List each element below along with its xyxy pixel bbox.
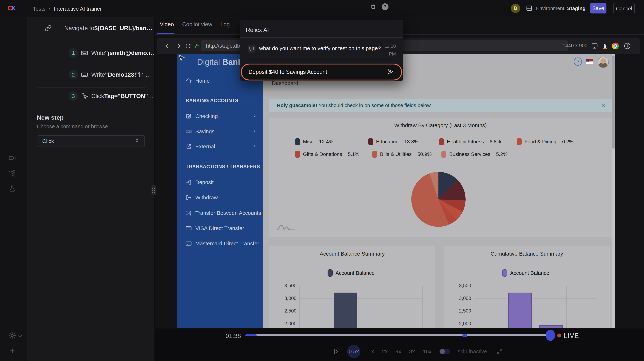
alert-bold-text: Holy guacamole! — [277, 102, 317, 108]
legend-percent: 6.8% — [490, 139, 501, 145]
tab-video[interactable]: Video — [160, 21, 174, 28]
cx-logo[interactable]: cx — [8, 2, 16, 12]
chevron-right-icon — [252, 128, 257, 135]
bank-nav-visa-direct-transfer[interactable]: VISA Direct Transfer — [177, 222, 263, 235]
legend-swatch — [502, 269, 507, 277]
view-tabs: Video Copilot view Log — [160, 21, 230, 28]
speed-option-8x[interactable]: 8x — [409, 349, 415, 355]
panel-resize-handle[interactable] — [152, 185, 156, 195]
bank-nav-label: Withdraw — [195, 195, 218, 201]
settings-chevron-icon[interactable] — [17, 333, 23, 340]
cancel-button[interactable]: Cancel — [614, 3, 635, 14]
bank-nav-withdraw[interactable]: Withdraw — [177, 191, 263, 204]
credit-card-icon — [186, 241, 194, 247]
legend-swatch — [439, 138, 444, 145]
legend-item[interactable]: Business Services5.2% — [441, 151, 508, 158]
fullscreen-expand-icon[interactable] — [496, 348, 503, 355]
scrollbar-thumb[interactable] — [612, 55, 615, 149]
back-icon[interactable] — [164, 43, 171, 50]
bank-nav-transfer-between-accounts[interactable]: Transfer Between Accounts — [177, 207, 263, 219]
environment-value: Staging — [567, 5, 586, 11]
step-number-badge: 2 — [69, 70, 78, 79]
pencil-square-icon — [186, 113, 194, 119]
speed-option-1x[interactable]: 1x — [368, 349, 374, 355]
divider — [185, 108, 255, 108]
playback-controls: 0.5x1x2x4x8x16xskip inactive — [332, 344, 503, 359]
bank-help-icon[interactable]: ? — [574, 57, 582, 66]
forward-icon[interactable] — [175, 43, 181, 50]
bank-nav-savings[interactable]: Savings — [177, 125, 263, 138]
bank-nav-checking[interactable]: Checking — [177, 110, 263, 122]
legend-item[interactable]: Misc12.4% — [295, 138, 333, 145]
bank-nav-mastercard-direct-transfer[interactable]: Mastercard Direct Transfer — [177, 237, 263, 250]
sign-in-icon — [186, 179, 194, 185]
bank-logo-light: Digital — [197, 57, 220, 67]
bank-nav-external[interactable]: External — [177, 140, 263, 153]
chat-bot-avatar — [248, 45, 256, 53]
command-dropdown[interactable]: Click — [37, 135, 145, 147]
video-player-bar: 01:38 LIVE 0.5x1x2x4x8x16xskip inactive — [156, 329, 644, 361]
navigate-step[interactable]: Navigate to ${BASE_URL}/ban… — [27, 19, 154, 37]
chrome-browser-icon — [612, 42, 619, 49]
bar-chart-title: Cumulative Balance Summary — [444, 251, 610, 257]
timeline-track[interactable] — [245, 335, 552, 337]
bank-nav-deposit[interactable]: Deposit — [177, 176, 263, 189]
chat-input[interactable]: Deposit $40 to Savings Account — [241, 63, 402, 80]
tab-log[interactable]: Log — [220, 21, 230, 28]
live-label[interactable]: LIVE — [564, 332, 579, 340]
chart-watermark-icon — [276, 224, 297, 231]
legend-label: Education — [376, 139, 398, 145]
alert-close-icon[interactable]: × — [602, 101, 606, 109]
save-button[interactable]: Save — [590, 3, 606, 13]
tests-icon[interactable] — [8, 185, 16, 193]
us-flag-icon[interactable] — [586, 59, 593, 64]
legend-swatch — [516, 138, 522, 145]
shuffle-icon — [186, 210, 194, 216]
reload-icon[interactable] — [185, 43, 191, 50]
money-icon — [186, 128, 194, 134]
send-icon[interactable] — [387, 68, 394, 76]
user-avatar[interactable]: B — [511, 3, 520, 13]
page-scrollbar[interactable] — [612, 54, 615, 328]
recordings-icon[interactable] — [8, 154, 16, 162]
legend-swatch — [368, 138, 373, 145]
y-axis-tick: 2,000 — [276, 321, 296, 327]
link-icon — [44, 24, 52, 32]
gridline-v — [474, 286, 474, 328]
bank-nav-label: Deposit — [195, 179, 214, 185]
bank-user-avatar[interactable] — [598, 57, 609, 68]
legend-item[interactable]: Account Balance — [328, 269, 375, 277]
legend-item[interactable]: Bills & Utilities50.9% — [372, 151, 432, 158]
bug-report-icon[interactable] — [370, 3, 376, 11]
speed-option-2x[interactable]: 2x — [382, 349, 388, 355]
breadcrumb-tests[interactable]: Tests — [33, 6, 46, 12]
settings-gear-icon[interactable] — [8, 332, 16, 340]
timeline-handle[interactable] — [546, 330, 555, 341]
step-text-part: Navigate to — [64, 25, 94, 32]
toggle-knob — [440, 349, 445, 354]
tab-copilot-view[interactable]: Copilot view — [182, 21, 212, 28]
test-step-3[interactable]: 3Click Tag="BUTTON" … — [27, 87, 154, 105]
chat-timestamp: 11:00 PM — [384, 43, 396, 57]
timeline-marker[interactable] — [462, 334, 467, 337]
legend-item[interactable]: Gifts & Donations5.1% — [295, 151, 360, 158]
environment-picker[interactable]: Environment Staging — [536, 5, 586, 11]
play-button-icon[interactable] — [332, 348, 339, 355]
home-icon — [186, 78, 194, 84]
help-icon[interactable]: ? — [382, 3, 388, 10]
speed-option-0.5x[interactable]: 0.5x — [347, 345, 360, 358]
legend-item[interactable]: Education13.3% — [368, 138, 418, 145]
skip-inactive-toggle[interactable] — [439, 349, 450, 354]
add-icon[interactable] — [9, 347, 16, 355]
test-step-2[interactable]: 2Write "Demo123!" in … — [27, 66, 154, 84]
legend-item[interactable]: Food & Dining6.2% — [516, 138, 574, 145]
speed-option-16x[interactable]: 16x — [423, 349, 432, 355]
info-icon[interactable] — [624, 42, 631, 50]
legend-item[interactable]: Health & Fitness6.8% — [439, 138, 501, 145]
test-step-1[interactable]: 1Write "jsmith@demo.i… — [27, 44, 154, 62]
navigate-step-text: Navigate to ${BASE_URL}/ban… — [64, 19, 152, 37]
step-text-part: Write — [91, 71, 105, 78]
speed-option-4x[interactable]: 4x — [396, 349, 401, 355]
legend-item[interactable]: Account Balance — [502, 269, 549, 277]
flows-icon[interactable] — [8, 170, 16, 178]
